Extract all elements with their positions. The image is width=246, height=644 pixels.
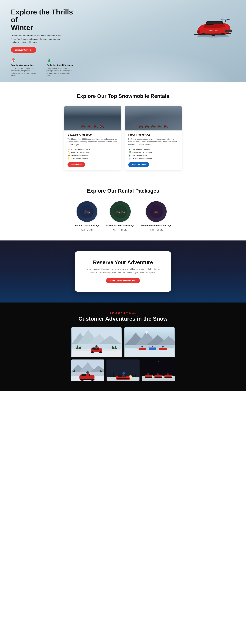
frost-feature-0: ✦ User-Friendly Controls (128, 148, 178, 150)
package-wilderness-price: $500 – Full Day (150, 229, 163, 231)
blizzard-card-body: Blizzard King 3000 The Blizzard King 300… (64, 130, 121, 167)
hero-feature-snowmobiles: 🏂 Premium Snowmobiles Choose from our to… (11, 58, 38, 77)
package-wilderness-image: 🏍️ (146, 201, 167, 222)
blizzard-card-image: 🏍️ 🏍️ 🏍️ 🏍️ (64, 106, 121, 130)
svg-rect-11 (201, 34, 225, 35)
svg-text:🏍️: 🏍️ (154, 209, 159, 214)
hero-title: Explore the Thrills of Winter (11, 8, 79, 32)
adv5-svg (142, 360, 175, 381)
reserve-desc: Ready to carve through the snow on your … (86, 268, 160, 274)
frost-person-1: 🏍️ (139, 123, 144, 128)
hero-section: Explore the Thrills of Winter Embark on … (0, 0, 246, 82)
svg-rect-47 (149, 348, 156, 350)
hero-subtitle: Embark on an unforgettable snowmobile ad… (11, 34, 63, 44)
svg-rect-79 (122, 374, 125, 377)
frost-card-image: 🏍️ 🏍️ 🏍️ 🏍️ 🏍️ (125, 106, 182, 130)
package-basic: 🏍️ Basic Explorer Package $150 – 2 hours (74, 201, 99, 231)
packages-grid: 🏍️ Basic Explorer Package $150 – 2 hours… (11, 201, 235, 231)
package-wilderness-svg: 🏍️ (149, 205, 163, 218)
frost-feature-3: 📡 GPS Navigation Included (128, 157, 178, 160)
reserve-now-button[interactable]: Reserve Now (68, 162, 85, 167)
blizzard-features: ⚡ 150 Horsepower Engine 🔧 Advanced Suspe… (68, 148, 118, 160)
frost-mountain (125, 106, 182, 117)
adventures-label: EXPLORE THE THRILLS (11, 312, 235, 314)
rental-card-blizzard: 🏍️ 🏍️ 🏍️ 🏍️ Blizzard King 3000 The Blizz… (64, 106, 121, 170)
hero-right: ROCKY TOP (79, 8, 235, 38)
adventure-image-3 (71, 360, 104, 381)
svg-rect-77 (117, 378, 129, 380)
person-icon-3: 🏍️ (93, 123, 98, 128)
book-this-model-button[interactable]: Book This Model (128, 162, 149, 167)
svg-point-76 (129, 374, 133, 378)
svg-text:🏍️🏍️: 🏍️🏍️ (115, 209, 126, 214)
frost-features: ✦ User-Friendly Controls 🌿 80 HP Eco-Fri… (128, 148, 178, 160)
svg-point-83 (166, 362, 167, 363)
dual-seat-icon: 💺 (128, 154, 131, 156)
svg-point-81 (150, 362, 151, 362)
frost-person-2: 🏍️ (145, 123, 150, 128)
adv1-scene (71, 327, 122, 357)
package-adventure: 🏍️🏍️ Adventure Seeker Package $275 – Hal… (106, 201, 134, 231)
feature-desc-1: Choose from our top-of-the-line snowmobi… (11, 67, 38, 77)
package-adventure-name: Adventure Seeker Package (106, 224, 134, 227)
feature-desc-2: Explore our exclusive rental packages ta… (46, 67, 74, 77)
blizzard-feature-1: 🔧 Advanced Suspension (68, 151, 118, 154)
svg-rect-46 (139, 348, 146, 350)
blizzard-feature-0: ⚡ 150 Horsepower Engine (68, 148, 118, 150)
frost-title: Frost Tracker X2 (128, 133, 178, 136)
svg-point-78 (122, 372, 125, 374)
rentals-grid: 🏍️ 🏍️ 🏍️ 🏍️ Blizzard King 3000 The Blizz… (64, 106, 182, 170)
blizzard-people: 🏍️ 🏍️ 🏍️ 🏍️ (81, 123, 104, 128)
adv3-scene (71, 360, 104, 381)
adv2-scene (124, 327, 175, 357)
svg-point-94 (172, 376, 173, 377)
blizzard-mountain (64, 106, 121, 117)
svg-rect-66 (86, 374, 89, 376)
package-basic-svg: 🏍️ (80, 205, 94, 218)
adventures-grid-top (71, 327, 175, 357)
suspension-icon: 🔧 (68, 151, 70, 154)
reserve-card: Reserve Your Adventure Ready to carve th… (75, 252, 171, 292)
rental-card-frost: 🏍️ 🏍️ 🏍️ 🏍️ 🏍️ Frost Tracker X2 Perfect … (125, 106, 182, 170)
person-icon-2: 🏍️ (87, 123, 92, 128)
svg-rect-89 (145, 377, 152, 378)
adventures-grid-bottom (71, 360, 175, 381)
adv3-svg (71, 360, 104, 381)
package-adventure-price: $275 – Half Day (113, 229, 127, 231)
package-wilderness-name: Ultimate Wilderness Package (141, 224, 171, 227)
gps-icon: 📡 (128, 157, 131, 160)
discover-tours-button[interactable]: Discover Our Tours (11, 47, 36, 52)
package-adventure-svg: 🏍️🏍️ (113, 205, 127, 218)
frost-person-5: 🏍️ (163, 123, 168, 128)
svg-text:ROCKY TOP: ROCKY TOP (209, 30, 218, 32)
snowmobile-svg: ROCKY TOP (186, 8, 235, 38)
frost-feature-1: 🌿 80 HP Eco-Friendly Motor (128, 151, 178, 154)
heated-icon: 🔥 (68, 154, 70, 156)
adventure-image-2 (124, 327, 175, 357)
snowmobile-image: ROCKY TOP (186, 8, 235, 38)
hero-inner: Explore the Thrills of Winter Embark on … (11, 8, 235, 77)
blizzard-feature-2: 🔥 Heated Handle Grips (68, 154, 118, 156)
blizzard-desc: The Blizzard King 3000 is designed for p… (68, 138, 118, 146)
adv1-svg (71, 327, 122, 357)
adventures-section: EXPLORE THE THRILLS Customer Adventures … (0, 302, 246, 391)
reserve-section: Reserve Your Adventure Ready to carve th… (0, 240, 246, 302)
svg-point-49 (142, 346, 143, 348)
frost-feature-2: 💺 Dual Heated Seats (128, 154, 178, 156)
snowboarder-icon: 🏂 (11, 58, 38, 62)
svg-text:🏍️: 🏍️ (84, 208, 90, 214)
svg-rect-92 (155, 377, 162, 378)
adventures-title: Customer Adventures in the Snow (11, 316, 235, 322)
adventure-image-1 (71, 327, 122, 357)
adventure-image-5 (142, 360, 175, 381)
package-basic-price: $150 – 2 hours (80, 229, 93, 231)
svg-point-98 (167, 373, 169, 375)
book-snowmobile-button[interactable]: Book Your Snowmobile Now (106, 278, 140, 284)
feature-title-2: Exclusive Rental Packages (46, 64, 74, 66)
svg-point-82 (158, 361, 159, 362)
feature-title-1: Premium Snowmobiles (11, 64, 38, 66)
person-icon-1: 🏍️ (81, 123, 86, 128)
person-icon-4: 🏍️ (99, 123, 104, 128)
adventure-image-4 (106, 360, 140, 381)
svg-point-50 (152, 346, 153, 347)
